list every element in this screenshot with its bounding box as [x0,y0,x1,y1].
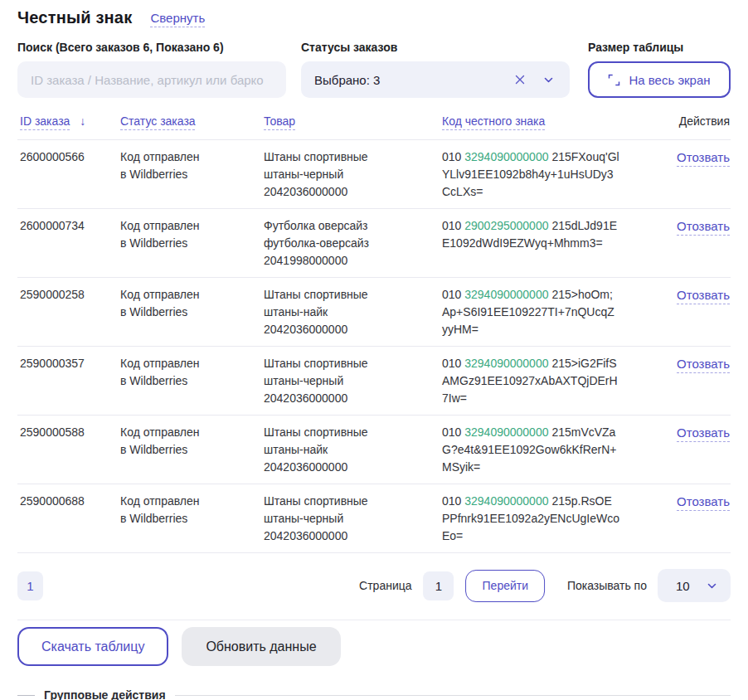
sort-desc-icon[interactable]: ↓ [80,114,85,128]
product-barcode: 2042036000000 [264,390,442,407]
search-input[interactable] [17,61,286,98]
status-select-value: Выбрано: 3 [314,73,512,87]
table-body: 2600000566 Код отправлен в Wildberries Ш… [17,139,731,553]
table-row: 2600000566 Код отправлен в Wildberries Ш… [17,140,731,209]
per-page-group: Показывать по 10 [567,569,731,602]
go-button[interactable]: Перейти [466,570,545,602]
search-label: Поиск (Всего заказов 6, Показано 6) [17,41,286,54]
revoke-link[interactable]: Отозвать [677,219,730,233]
product-variant: штаны-черный [264,166,442,183]
chevron-down-icon [706,580,718,592]
product-variant: штаны-черный [264,510,442,527]
collapse-link[interactable]: Свернуть [150,11,205,25]
page-label: Страница [359,579,411,592]
filters-bar: Поиск (Всего заказов 6, Показано 6) Стат… [17,41,731,98]
table-size-control: Размер таблицы На весь экран [588,41,731,98]
product-variant: футболка-оверсайз [264,235,442,252]
product-name: Штаны спортивные [264,424,442,441]
marking-code: 010 3294090000000 215p.RsOEPPfnrk91EE109… [442,493,641,545]
product-barcode: 2041998000000 [264,252,442,270]
page-number-button[interactable]: 1 [17,571,43,600]
status-select[interactable]: Выбрано: 3 [301,61,570,98]
product-info: Штаны спортивные штаны-найк 204203600000… [264,424,442,476]
divider [17,620,731,620]
order-id: 2590000588 [20,424,120,476]
product-info: Штаны спортивные штаны-найк 204203600000… [264,286,442,338]
revoke-link[interactable]: Отозвать [677,425,730,440]
product-info: Штаны спортивные штаны-черный 2042036000… [264,355,442,407]
column-header-status[interactable]: Статус заказа [120,114,196,128]
orders-table: ID заказа ↓ Статус заказа Товар Код чест… [17,114,731,553]
product-name: Штаны спортивные [264,493,442,510]
fullscreen-button[interactable]: На весь экран [588,61,731,98]
revoke-link[interactable]: Отозвать [677,357,730,371]
revoke-link[interactable]: Отозвать [677,150,730,164]
column-header-product[interactable]: Товар [264,114,295,128]
marking-code: 010 2900295000000 215dLJd91EE1092dWdI9EZ… [442,217,641,270]
table-actions-row: Скачать таблицу Обновить данные [17,627,731,666]
marking-code: 010 3294090000000 215>hoOm;Ap+S6I91EE109… [442,286,641,338]
pagination-bar: 1 Страница Перейти Показывать по 10 [17,569,731,602]
product-variant: штаны-найк [264,441,442,459]
fullscreen-icon [608,74,620,86]
column-header-id-wrap: ID заказа ↓ [20,114,120,128]
chevron-down-icon[interactable] [541,72,556,88]
statuses-label: Статусы заказов [301,41,570,54]
product-barcode: 2042036000000 [264,183,442,201]
code-gtin: 3294090000000 [464,150,548,163]
order-status: Код отправлен в Wildberries [120,148,264,201]
group-actions-header: Групповые действия [17,688,731,700]
code-gtin: 3294090000000 [464,357,548,370]
order-status: Код отправлен в Wildberries [120,493,264,545]
column-header-id[interactable]: ID заказа [20,114,70,128]
group-actions-section: Групповые действия Отозвать отправленные… [17,688,731,700]
column-header-code[interactable]: Код честного знака [442,114,545,128]
group-actions-title: Групповые действия [44,688,166,700]
order-id: 2590000357 [20,355,120,407]
code-gtin: 3294090000000 [464,288,548,301]
divider [175,695,731,696]
code-gtin: 2900295000000 [464,219,548,232]
product-barcode: 2042036000000 [264,321,442,338]
revoke-link[interactable]: Отозвать [677,288,730,302]
revoke-link[interactable]: Отозвать [677,494,730,508]
page-header: Честный знак Свернуть [17,8,731,27]
column-header-actions: Действия [661,114,731,128]
order-status: Код отправлен в Wildberries [120,217,264,270]
per-page-label: Показывать по [567,579,647,592]
order-status: Код отправлен в Wildberries [120,355,264,407]
download-table-button[interactable]: Скачать таблицу [17,627,168,666]
order-id: 2590000258 [20,286,120,338]
fullscreen-button-label: На весь экран [629,73,710,87]
code-gtin: 3294090000000 [464,494,548,508]
clear-icon[interactable] [512,72,527,87]
search-filter: Поиск (Всего заказов 6, Показано 6) [17,41,286,98]
product-barcode: 2042036000000 [264,459,442,476]
table-row: 2590000688 Код отправлен в Wildberries Ш… [17,484,731,553]
search-label-note: (Всего заказов 6, Показано 6) [56,41,224,54]
page-title: Честный знак [17,8,132,27]
table-row: 2590000588 Код отправлен в Wildberries Ш… [17,416,731,484]
search-label-text: Поиск [17,41,52,54]
order-id: 2600000734 [20,217,120,270]
table-row: 2600000734 Код отправлен в Wildberries Ф… [17,209,731,278]
product-info: Штаны спортивные штаны-черный 2042036000… [264,148,442,201]
per-page-select[interactable]: 10 [658,569,731,602]
page-input[interactable] [424,571,454,600]
order-id: 2600000566 [20,148,120,201]
table-row: 2590000357 Код отправлен в Wildberries Ш… [17,347,731,416]
product-variant: штаны-найк [264,304,442,321]
product-barcode: 2042036000000 [264,527,442,545]
per-page-value: 10 [676,579,690,593]
marking-code: 010 3294090000000 215FXouq'GlYLlv91EE109… [442,148,641,201]
refresh-data-button[interactable]: Обновить данные [182,627,340,666]
product-variant: штаны-черный [264,372,442,390]
product-info: Футболка оверсайз футболка-оверсайз 2041… [264,217,442,270]
goto-page-group: Страница Перейти [359,570,545,602]
product-name: Штаны спортивные [264,355,442,372]
table-size-label: Размер таблицы [588,41,731,54]
product-name: Штаны спортивные [264,148,442,166]
order-status: Код отправлен в Wildberries [120,286,264,338]
product-name: Футболка оверсайз [264,217,442,235]
product-info: Штаны спортивные штаны-черный 2042036000… [264,493,442,545]
